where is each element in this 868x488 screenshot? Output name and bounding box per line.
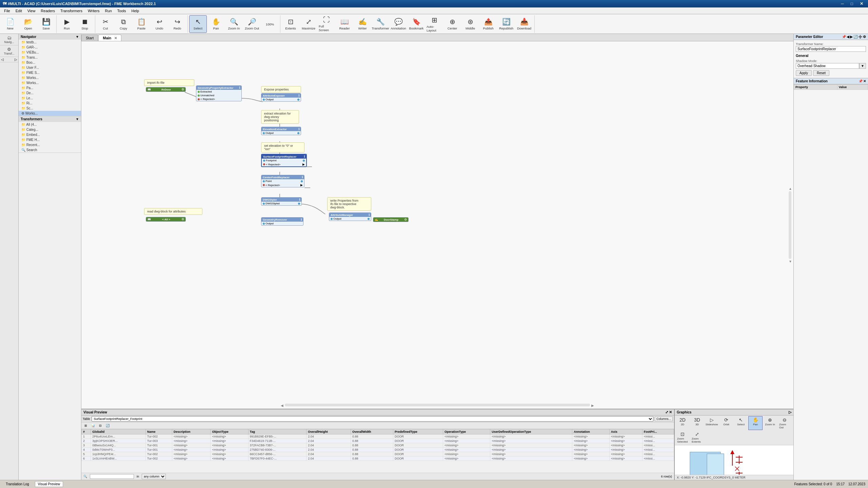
- h-scrollbar[interactable]: [285, 404, 590, 406]
- toolbar-btn-full-screen[interactable]: ⛶Full Screen: [318, 15, 335, 33]
- sidebar-trans-item-fme2[interactable]: 📁 FME H...: [19, 137, 81, 142]
- col-header-name[interactable]: Name: [146, 429, 172, 434]
- vp-expand-btn[interactable]: ⤢: [665, 410, 668, 414]
- sidebar-nav-item-le[interactable]: 📁 Le...: [19, 96, 81, 101]
- gfx-btn-3d[interactable]: 3D3D: [690, 416, 704, 430]
- vp-chart-icon[interactable]: 📊: [90, 423, 97, 428]
- doorstamp-node[interactable]: ✍ DoorStamp ⚙: [373, 217, 409, 222]
- search-input[interactable]: [90, 474, 134, 479]
- param-nav-next[interactable]: ▶: [850, 35, 853, 39]
- shadow-mode-dropdown-btn[interactable]: ▼: [859, 63, 866, 69]
- vp-close-btn[interactable]: ✕: [669, 410, 672, 414]
- all-reader-node[interactable]: 📖 < All > ⚙: [146, 217, 186, 222]
- scroll-right-indicator[interactable]: ▶: [591, 404, 594, 407]
- reset-btn[interactable]: Reset: [813, 70, 829, 76]
- graphics-canvas[interactable]: [675, 445, 793, 475]
- toolbar-btn-select[interactable]: ↖Select: [189, 15, 207, 33]
- col-header-axis[interactable]: Axis: [609, 429, 642, 434]
- param-add-btn[interactable]: ➕: [858, 35, 862, 39]
- toolbar-btn-open[interactable]: 📂Open: [19, 15, 37, 33]
- fi-close-btn[interactable]: ✕: [863, 79, 866, 83]
- sidebar-nav-item-user[interactable]: 📁 User F...: [19, 65, 81, 70]
- menu-item-run[interactable]: Run: [102, 8, 115, 14]
- toolbar-btn-redo[interactable]: ↪Redo: [169, 15, 186, 33]
- toolbar-btn-zoom-pct[interactable]: 100%: [261, 15, 279, 33]
- toolbar-btn-zoom-in[interactable]: 🔍Zoom In: [225, 15, 243, 33]
- sidebar-trans-item-all[interactable]: 📁 All (4...: [19, 122, 81, 127]
- elevation-extractor-node[interactable]: ElevationExtractor ℹ Output: [261, 127, 301, 135]
- gfx-btn-select[interactable]: ↖Select: [734, 416, 748, 430]
- gfx-btn-zoom-out[interactable]: ⊖Zoom Out: [777, 416, 792, 430]
- col-header-operationtype[interactable]: OperationType: [443, 429, 490, 434]
- navigator-header[interactable]: Navigator ▼: [19, 34, 81, 40]
- sidebar-nav-item-ri[interactable]: 📁 Ri...: [19, 101, 81, 106]
- center-point-node[interactable]: CenterPointReplacer ℹ Point < Rejected>: [261, 175, 304, 187]
- tab-main-close[interactable]: ✕: [114, 36, 117, 40]
- col-header-overallwidth[interactable]: OverallWidth: [351, 429, 393, 434]
- sidebar-trans-item-categ[interactable]: 📁 Categ...: [19, 127, 81, 132]
- gfx-btn-2d[interactable]: 2D2D: [675, 416, 690, 430]
- toolbar-btn-download[interactable]: 📥Download: [515, 15, 533, 33]
- dwg-styler-node[interactable]: DWGStyler ℹ DWGStyled: [261, 197, 302, 206]
- gfx-btn-zoom-in[interactable]: ⊕Zoom In: [763, 416, 777, 430]
- sidebar-nav-item-pa[interactable]: 📁 Pa...: [19, 85, 81, 90]
- sidebar-nav-item-work2[interactable]: 📁 Works...: [19, 80, 81, 85]
- sidebar-nav-item-fme[interactable]: 📁 FME S...: [19, 70, 81, 75]
- table-row[interactable]: 12P6u4UxxLEm...Tur-002<missing><missing>…: [82, 434, 674, 439]
- visual-prev-tab[interactable]: Visual Preview: [35, 481, 63, 487]
- sidebar-nav-item-gar[interactable]: 📁 GAR-...: [19, 45, 81, 50]
- table-row[interactable]: 61xSLVmHEnBW...Tur-002<missing><missing>…: [82, 456, 674, 461]
- nav-btn-transformers[interactable]: ⚙ Transf...: [0, 45, 18, 57]
- sidebar-nav-item-trans2[interactable]: 📁 Trans...: [19, 55, 81, 60]
- toolbar-btn-auto-layout[interactable]: ⊞Auto-Layout: [426, 15, 443, 33]
- param-refresh-btn[interactable]: 🔄: [853, 35, 857, 39]
- transformer-name-input[interactable]: [796, 46, 866, 52]
- nav-btn-navigator[interactable]: 🗂 Navig...: [0, 34, 18, 45]
- menu-item-tools[interactable]: Tools: [115, 8, 129, 14]
- scroll-left-indicator[interactable]: ◀: [281, 404, 283, 407]
- ifcdoor-node[interactable]: 📖 IfcDoor ⚙: [146, 87, 186, 92]
- sidebar-trans-item-embed[interactable]: 📁 Embed...: [19, 132, 81, 137]
- close-btn[interactable]: ✕: [858, 1, 865, 6]
- tab-start[interactable]: Start: [81, 35, 98, 41]
- toolbar-btn-writer[interactable]: ✍Writer: [354, 15, 371, 33]
- toolbar-btn-run[interactable]: ▶Run: [58, 15, 76, 33]
- toolbar-btn-undo[interactable]: ↩Undo: [151, 15, 168, 33]
- surface-footprint-node[interactable]: SurfaceFootprintReplacer ℹ Footprint < R…: [261, 154, 307, 167]
- toolbar-btn-copy[interactable]: ⧉Copy: [115, 15, 132, 33]
- attr-manager-node[interactable]: AttributeManager ℹ Output: [329, 212, 371, 221]
- sidebar-nav-item-work[interactable]: 📁 Works...: [19, 75, 81, 80]
- toolbar-btn-republish[interactable]: 🔄Republish: [497, 15, 515, 33]
- gfx-btn-pan[interactable]: ✋Pan: [748, 416, 763, 430]
- col-header-annotation[interactable]: Annotation: [572, 429, 610, 434]
- gfx-btn-zoom-selected[interactable]: ⊡Zoom Selected: [675, 430, 690, 444]
- toolbar-btn-paste[interactable]: 📋Paste: [133, 15, 150, 33]
- sidebar-nav-item-viebu[interactable]: 📁 VIEBu...: [19, 50, 81, 55]
- canvas-container[interactable]: import ifc-file 📖 IfcDoor ⚙: [81, 41, 793, 409]
- sidebar-trans-item-recent[interactable]: 📁 Recent...: [19, 142, 81, 147]
- gfx-btn-zoom-extents[interactable]: ⤢Zoom Extents: [690, 430, 704, 444]
- tab-main[interactable]: Main ✕: [98, 35, 121, 41]
- toolbar-btn-center[interactable]: ⊕Center: [443, 15, 461, 33]
- collapse-all-btn[interactable]: ◁: [1, 58, 4, 61]
- menu-item-readers[interactable]: Readers: [38, 8, 58, 14]
- expand-all-btn[interactable]: ▷: [15, 58, 17, 61]
- sidebar-nav-item-sc[interactable]: 📁 Sc...: [19, 106, 81, 111]
- col-header-objecttype[interactable]: ObjectType: [211, 429, 248, 434]
- filter-column-select[interactable]: any column: [142, 474, 166, 479]
- data-table-area[interactable]: #GlobalIdNameDescriptionObjectTypeTagOve…: [81, 429, 674, 473]
- menu-item-help[interactable]: Help: [129, 8, 142, 14]
- toolbar-btn-maximize[interactable]: ⤢Maximize: [300, 15, 317, 33]
- gfx-btn-orbit[interactable]: ⟳Orbit: [719, 416, 733, 430]
- sidebar-nav-item-testb[interactable]: 📁 testb...: [19, 40, 81, 45]
- attr-exposer-node[interactable]: AttributeExposer ℹ Output: [261, 93, 301, 102]
- vp-table-icon[interactable]: ⊞: [83, 423, 89, 428]
- toolbar-btn-transformer[interactable]: 🔧Transformer: [372, 15, 389, 33]
- workflow-canvas[interactable]: import ifc-file 📖 IfcDoor ⚙: [81, 41, 793, 409]
- scroll-up-indicator[interactable]: ▲: [789, 187, 792, 190]
- gfx-btn-slideshow[interactable]: ▷Slideshow: [705, 416, 719, 430]
- geom-remover-node[interactable]: GeometryRemover ℹ Output: [261, 217, 303, 226]
- param-pin-btn[interactable]: 📌: [842, 35, 846, 39]
- param-settings-btn[interactable]: ⚙: [863, 35, 866, 39]
- menu-item-transformers[interactable]: Transformers: [58, 8, 85, 14]
